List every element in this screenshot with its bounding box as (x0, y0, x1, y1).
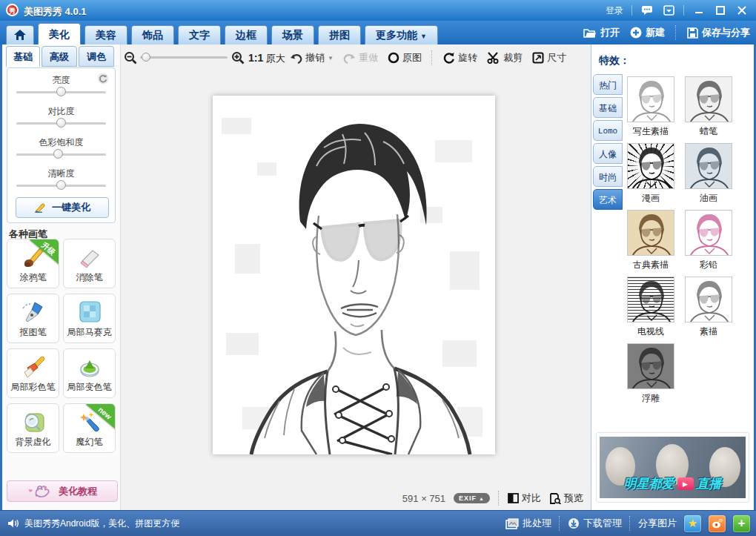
qzone-share-icon[interactable]: ★ (684, 515, 701, 532)
share-pictures-label[interactable]: 分享图片 (638, 517, 677, 530)
beautify-tutorial-button[interactable]: 美化教程 (7, 480, 118, 502)
batch-process-button[interactable]: 批处理 (505, 517, 551, 530)
new-button[interactable]: 新建 (630, 26, 665, 39)
effect-thumbnail[interactable] (627, 210, 674, 256)
brush-eraser-pen[interactable]: 消除笔 (63, 239, 116, 288)
login-link[interactable]: 登录 (606, 4, 623, 17)
tab-decorate[interactable]: 饰品 (131, 25, 174, 44)
tab-retouch[interactable]: 美容 (84, 25, 127, 44)
titlebar-separator (631, 5, 632, 16)
effect-item-crayon[interactable]: 蜡笔 (685, 76, 732, 138)
effect-item-color-pencil[interactable]: 彩铅 (685, 210, 732, 271)
tab-scene[interactable]: 场景 (271, 25, 314, 44)
adjust-panel: 亮度 对比度 色彩饱和度 清晰度 一键美化 (7, 67, 116, 223)
saturation-knob[interactable] (53, 149, 63, 159)
app-window: 秀 美图秀秀 4.0.1 登录 (0, 0, 756, 536)
brush-local-mosaic[interactable]: 局部马赛克 (63, 294, 116, 343)
ad-banner[interactable]: 明星都爱 ▶ 直播 (600, 437, 746, 498)
canvas-zoom-slider[interactable] (140, 56, 228, 59)
menubar-separator (675, 25, 677, 40)
view-original-button[interactable]: 原图 (388, 51, 422, 64)
effect-thumbnail[interactable] (627, 343, 674, 389)
blur-magnifier-icon (20, 409, 47, 434)
canvas-zoom-knob[interactable] (142, 53, 150, 62)
effect-item-sketch-live[interactable]: 写生素描 (627, 76, 674, 138)
canvas-area: 1:1 原大 撤销 ▼ 重做 原图 旋转 (121, 44, 591, 510)
effect-thumbnail[interactable] (627, 143, 674, 189)
brush-cutout-pen[interactable]: 抠图笔 (7, 294, 59, 343)
brightness-knob[interactable] (56, 87, 66, 96)
skin-menu-icon[interactable] (662, 4, 675, 17)
crop-button[interactable]: 裁剪 (487, 51, 523, 64)
effect-item-tv-lines[interactable]: 电视线 (627, 277, 674, 338)
eraser-icon (76, 245, 103, 270)
effect-thumbnail[interactable] (685, 277, 732, 322)
rotate-button[interactable]: 旋转 (442, 51, 477, 64)
effect-item-oil-painting[interactable]: 油画 (685, 143, 732, 205)
effect-item-sketch[interactable]: 素描 (685, 277, 732, 338)
effect-thumbnail[interactable] (685, 210, 732, 256)
pen-nib-icon (20, 300, 47, 325)
effect-thumbnail[interactable] (685, 76, 732, 122)
feedback-icon[interactable] (640, 4, 654, 17)
download-manager-button[interactable]: 下载管理 (568, 517, 622, 530)
tab-more-features[interactable]: 更多功能 ▼ (365, 25, 438, 44)
effect-item-comic[interactable]: 漫画 (627, 143, 674, 205)
clarity-slider[interactable] (16, 185, 106, 187)
effect-item-relief[interactable]: 浮雕 (627, 343, 674, 405)
effect-item-classic-sketch[interactable]: 古典素描 (627, 210, 674, 271)
effect-thumbnail[interactable] (627, 76, 674, 122)
left-tab-basic[interactable]: 基础 (6, 46, 40, 67)
brush-local-color-pen[interactable]: 局部彩色笔 (7, 348, 59, 398)
tab-beautify[interactable]: 美化 (38, 23, 81, 44)
titlebar: 秀 美图秀秀 4.0.1 登录 (0, 0, 756, 21)
minimize-button[interactable] (692, 4, 706, 17)
canvas-statusbar: 591 × 751 EXIF▲ 对比 预览 (402, 491, 583, 506)
left-tab-advanced[interactable]: 高级 (42, 46, 77, 67)
contrast-slider[interactable] (16, 122, 106, 125)
clarity-knob[interactable] (56, 180, 66, 190)
resize-button[interactable]: 尺寸 (532, 51, 566, 64)
zoom-in-icon[interactable] (231, 51, 245, 64)
wide-brush-icon (20, 354, 47, 380)
brush-background-blur[interactable]: 背景虚化 (7, 403, 59, 453)
effects-panel: 特效： 热门 基础 Lomo 人像 时尚 艺术 写生素描 蜡笔 漫画 油画 古典… (591, 44, 754, 510)
preview-button[interactable]: 预览 (549, 492, 583, 505)
effect-tab-portrait[interactable]: 人像 (593, 143, 623, 164)
effect-tab-fashion[interactable]: 时尚 (593, 166, 623, 187)
effect-tab-hot[interactable]: 热门 (593, 74, 623, 95)
brightness-slider[interactable] (16, 91, 106, 93)
tab-text[interactable]: 文字 (178, 25, 221, 44)
saturation-slider[interactable] (16, 153, 106, 156)
close-button[interactable] (735, 4, 749, 17)
maximize-button[interactable] (714, 4, 727, 17)
tab-frame[interactable]: 边框 (225, 25, 268, 44)
contrast-knob[interactable] (56, 118, 66, 128)
tab-collage[interactable]: 拼图 (318, 25, 361, 44)
one-click-beautify-button[interactable]: 一键美化 (16, 197, 109, 218)
compare-button[interactable]: 对比 (508, 492, 541, 505)
effect-thumbnail[interactable] (685, 143, 732, 189)
notice-text[interactable]: 美图秀秀Android版，美化、拼图更方便 (24, 517, 179, 530)
undo-dropdown-icon[interactable]: ▼ (328, 55, 334, 62)
brush-local-recolor-pen[interactable]: 局部变色笔 (63, 348, 116, 398)
effects-header: 特效： (599, 54, 630, 67)
redo-button[interactable]: 重做 (343, 51, 378, 64)
more-share-icon[interactable]: + (733, 515, 750, 532)
slider-label-contrast: 对比度 (7, 105, 115, 118)
exif-badge[interactable]: EXIF▲ (454, 493, 490, 503)
weibo-share-icon[interactable] (709, 515, 726, 532)
fit-original-size-button[interactable]: 1:1 原大 (248, 52, 285, 65)
zoom-out-icon[interactable] (124, 51, 137, 64)
effect-tab-basic[interactable]: 基础 (593, 97, 623, 118)
photo-preview[interactable] (213, 96, 495, 454)
effect-thumbnail[interactable] (627, 277, 674, 322)
left-tab-tone[interactable]: 调色 (79, 46, 114, 67)
open-button[interactable]: 打开 (583, 26, 620, 39)
save-share-button[interactable]: 保存与分享 (687, 26, 750, 39)
tab-home[interactable] (6, 25, 34, 44)
brush-magic-pen[interactable]: new 魔幻笔 (63, 403, 116, 453)
bottom-statusbar: 美图秀秀Android版，美化、拼图更方便 批处理 下载管理 分享图片 ★ + (0, 510, 756, 536)
brush-doodle-pen[interactable]: 升级 涂鸦笔 (7, 239, 59, 288)
undo-button[interactable]: 撤销 ▼ (290, 51, 334, 64)
